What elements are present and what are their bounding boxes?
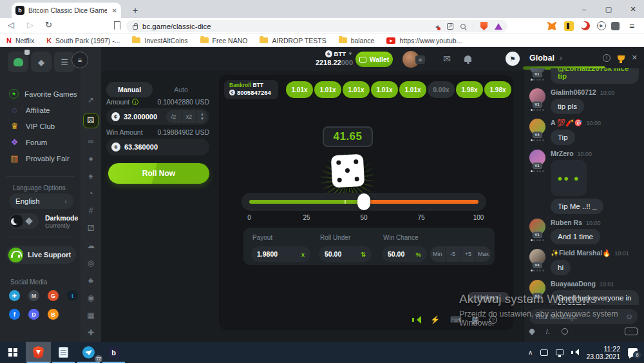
rail-item-sky[interactable]: ☁: [87, 241, 95, 250]
new-tab-button[interactable]: +: [129, 4, 142, 17]
rail-item-video-poker[interactable]: ♣: [88, 276, 93, 285]
forward-button[interactable]: ▷: [27, 20, 33, 30]
recent-roll-multiplier[interactable]: 1.01x: [399, 81, 426, 98]
bookmark-netflix[interactable]: NNetflix: [6, 37, 34, 44]
turbo-icon[interactable]: ⚡: [430, 315, 440, 324]
roll-under-input[interactable]: 50.00⇅: [319, 246, 372, 262]
tray-expand-icon[interactable]: ∧: [528, 349, 533, 356]
bookmark-free-nano[interactable]: Free NANO: [200, 37, 248, 44]
recent-roll-multiplier[interactable]: 1.01x: [314, 81, 341, 98]
bookmark-balance[interactable]: balance: [339, 37, 375, 44]
taskbar-app-telegram[interactable]: 72: [76, 342, 101, 363]
sidebar-item-provably-fair[interactable]: ▥Provably Fair: [0, 150, 80, 166]
tile-slots[interactable]: [8, 52, 28, 72]
chat-close-icon[interactable]: ✕: [632, 54, 638, 62]
address-bar[interactable]: bc.game/classic-dice ↗: [126, 20, 507, 32]
bankroll-display[interactable]: Bankroll BTT ¢8005847264: [224, 80, 278, 99]
slider-handle[interactable]: [357, 193, 370, 210]
coin-flip-icon[interactable]: [562, 328, 568, 335]
rail-item-limbo[interactable]: ◔: [88, 189, 93, 198]
telegram-icon[interactable]: ✈: [9, 290, 20, 301]
hotkeys-keyboard-icon[interactable]: ⌨: [450, 315, 461, 324]
emoji-icon[interactable]: ☺: [625, 312, 633, 321]
half-bet-button[interactable]: /2: [166, 110, 181, 123]
double-bet-button[interactable]: x2: [182, 110, 196, 123]
sun-icon[interactable]: [26, 219, 32, 224]
rail-item-twist[interactable]: ∞: [88, 137, 94, 146]
rail-item-wheel[interactable]: ◎: [88, 259, 94, 268]
recent-roll-multiplier[interactable]: 1.01x: [343, 81, 370, 98]
bitcointalk-icon[interactable]: B: [48, 309, 59, 320]
window-close-button[interactable]: ✕: [622, 0, 644, 18]
github-icon[interactable]: G: [48, 290, 59, 301]
discord-icon[interactable]: D: [28, 309, 39, 320]
live-stats-icon[interactable]: ▦: [471, 315, 478, 324]
language-select[interactable]: English ›: [9, 193, 73, 209]
win-amount-input[interactable]: [124, 143, 163, 151]
chat-message-user[interactable]: V4: [528, 249, 546, 275]
tab-manual[interactable]: Manual: [106, 82, 153, 97]
amount-stepper[interactable]: ▲▼: [197, 110, 207, 123]
browser-menu-icon[interactable]: ≡: [626, 20, 638, 32]
zoom-icon[interactable]: [460, 24, 466, 29]
brave-shield-icon[interactable]: [480, 22, 488, 30]
chat-rules-icon[interactable]: i: [603, 54, 611, 62]
reload-button[interactable]: ↻: [45, 20, 52, 30]
win-chance-min-button[interactable]: Min: [430, 246, 446, 262]
sidebar-item-vip-club[interactable]: ♛VIP Club: [0, 118, 80, 134]
rail-item-hash-dice[interactable]: #: [89, 206, 93, 215]
amount-input[interactable]: [124, 113, 162, 121]
sidebar-collapse-button[interactable]: ≡: [71, 52, 88, 68]
recent-roll-multiplier[interactable]: 0.00x: [428, 81, 455, 98]
recent-roll-multiplier[interactable]: 1.01x: [286, 81, 313, 98]
facebook-icon[interactable]: f: [9, 309, 20, 320]
chat-username[interactable]: BuayaaaDong: [551, 280, 596, 288]
rail-item-crash[interactable]: ↗: [88, 95, 94, 104]
chat-message-user[interactable]: V4: [528, 119, 546, 145]
start-button[interactable]: [0, 342, 26, 363]
rain-icon[interactable]: [528, 328, 535, 335]
video-extension-icon[interactable]: ▶: [596, 20, 607, 32]
chat-message-user[interactable]: V1: [528, 88, 546, 114]
chat-message-user[interactable]: V1: [528, 68, 546, 84]
chat-message-user[interactable]: V1: [528, 150, 546, 214]
metamask-extension-icon[interactable]: [546, 20, 558, 32]
tab-mute-icon[interactable]: [433, 23, 440, 30]
inbox-icon[interactable]: ✉: [443, 54, 451, 64]
live-support-button[interactable]: Live Support: [6, 246, 76, 264]
win-chance-+5-button[interactable]: +5: [461, 246, 477, 262]
taskbar-app-bcgame[interactable]: b: [101, 342, 126, 363]
chat-username[interactable]: MrZero: [551, 150, 574, 157]
rail-item-mine[interactable]: ✚: [88, 328, 94, 337]
chat-keyboard-icon[interactable]: ⋯: [625, 328, 638, 335]
tablet-mode-icon[interactable]: [540, 349, 548, 356]
wallet-button[interactable]: Wallet: [355, 52, 393, 67]
win-chance--5-button[interactable]: -5: [446, 246, 461, 262]
window-minimize-button[interactable]: –: [573, 0, 595, 18]
rail-item-ultimate-dice[interactable]: ⚂: [88, 224, 94, 233]
win-chance-input[interactable]: 50.00%: [382, 246, 427, 262]
tab-auto[interactable]: Auto: [153, 86, 209, 93]
action-center-icon[interactable]: 6: [628, 348, 638, 357]
wallet-extension-icon[interactable]: [563, 20, 574, 32]
win-chance-max-button[interactable]: Max: [476, 246, 491, 262]
volume-icon[interactable]: [571, 349, 578, 356]
rail-item-keno[interactable]: ▦: [87, 311, 94, 320]
taskbar-app-brave[interactable]: [26, 342, 51, 363]
notifications-bell-icon[interactable]: [464, 55, 471, 62]
crescent-extension-icon[interactable]: [580, 20, 591, 32]
chat-toggle-button[interactable]: ⚑: [506, 52, 520, 66]
contest-trophy-icon[interactable]: [618, 55, 625, 61]
bookmark-youtube-link[interactable]: ▶https://www.youtub...: [386, 37, 462, 44]
info-icon[interactable]: i: [132, 99, 138, 105]
balance-display[interactable]: ¢ BTT ▼ 2218.22000: [314, 50, 353, 66]
bookmark-airdrop-tests[interactable]: AIRDROP TESTS: [260, 37, 326, 44]
roll-slider[interactable]: [242, 193, 486, 211]
rail-item-hilo[interactable]: ♠: [89, 172, 93, 181]
sidebar-item-forum[interactable]: ❖Forum: [0, 134, 80, 150]
network-icon[interactable]: [556, 349, 564, 355]
chat-room-title[interactable]: Global: [529, 54, 554, 63]
bookmark-investaltcoins[interactable]: InvestAltCoins: [132, 37, 187, 44]
chevron-right-icon[interactable]: ›: [560, 54, 562, 63]
commands-icon[interactable]: /.: [546, 328, 550, 335]
